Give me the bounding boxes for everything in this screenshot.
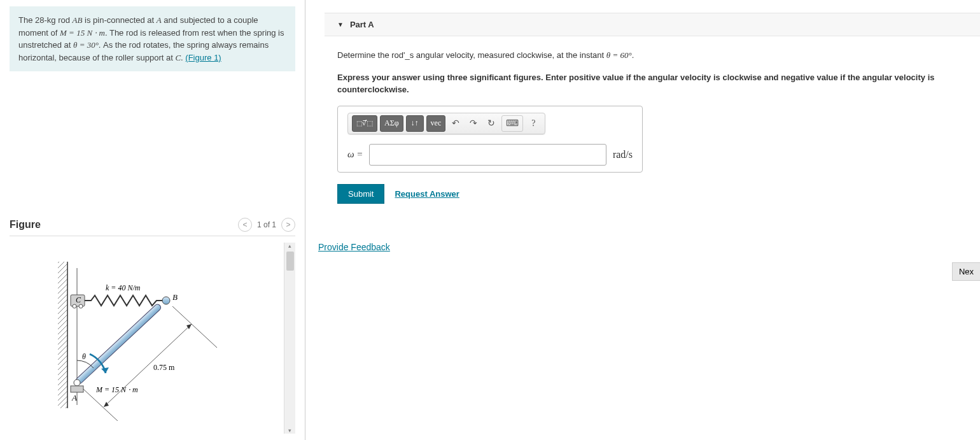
math-A: A [157, 15, 162, 25]
equation-toolbar: ⬚√̅⬚ ΑΣφ ↓↑ vec ↶ ↷ ↻ ⌨ ? [347, 113, 545, 134]
scroll-down-icon[interactable]: ▾ [288, 427, 291, 434]
part-a-header[interactable]: ▼ Part A [325, 13, 980, 36]
figure-next-button[interactable]: > [281, 218, 295, 232]
collapse-caret-icon: ▼ [337, 21, 344, 28]
label-length: 0.75 m [153, 363, 175, 372]
provide-feedback-link[interactable]: Provide Feedback [318, 242, 390, 252]
math-C: C [175, 53, 181, 62]
label-theta: θ [82, 352, 86, 361]
svg-point-8 [74, 380, 80, 386]
toolbar-keyboard-button[interactable]: ⌨ [501, 115, 523, 132]
svg-rect-7 [74, 303, 162, 385]
problem-text-2: is pin-connected at [82, 15, 156, 25]
label-moment: M = 15 N ⋅ m [95, 385, 138, 394]
scroll-thumb[interactable] [286, 252, 294, 271]
question-math: θ = 60° [606, 50, 632, 60]
toolbar-reset-button[interactable]: ↻ [484, 115, 499, 132]
question-suffix: . [632, 50, 634, 60]
label-k: k = 40 N/m [106, 283, 141, 292]
svg-point-4 [73, 304, 76, 308]
svg-marker-10 [101, 367, 109, 373]
svg-rect-0 [58, 262, 67, 408]
label-C: C [76, 295, 81, 304]
next-button[interactable]: Nex [952, 262, 980, 281]
question-text: Determine the rod'_s angular velocity, m… [337, 49, 967, 62]
svg-point-5 [79, 304, 83, 308]
svg-line-13 [104, 324, 192, 407]
answer-instructions: Express your answer using three signific… [337, 71, 967, 96]
math-AB: AB [73, 15, 83, 25]
math-theta30: θ = 30° [73, 40, 99, 50]
toolbar-greek-button[interactable]: ΑΣφ [380, 115, 403, 132]
toolbar-templates-button[interactable]: ⬚√̅⬚ [352, 115, 377, 132]
toolbar-vec-button[interactable]: vec [426, 115, 446, 132]
part-title: Part A [350, 20, 374, 29]
question-prefix: Determine the rod'_s angular velocity, m… [337, 50, 606, 60]
submit-button[interactable]: Submit [337, 184, 384, 204]
toolbar-redo-button[interactable]: ↷ [466, 115, 481, 132]
variable-label: ω = [347, 149, 363, 160]
figure-nav-text: 1 of 1 [257, 220, 276, 229]
figure-diagram: C k = 40 N/m B A [10, 243, 284, 434]
units-label: rad/s [613, 149, 633, 160]
figure-scrollbar[interactable]: ▴ ▾ [284, 243, 295, 434]
toolbar-help-button[interactable]: ? [526, 115, 541, 132]
answer-input[interactable] [369, 144, 606, 166]
toolbar-subscript-button[interactable]: ↓↑ [406, 115, 424, 132]
math-M: M = 15 N ⋅ m [60, 28, 105, 38]
svg-line-11 [172, 306, 217, 348]
figure-title: Figure [10, 219, 41, 231]
request-answer-link[interactable]: Request Answer [395, 189, 459, 199]
answer-box: ⬚√̅⬚ ΑΣφ ↓↑ vec ↶ ↷ ↻ ⌨ ? ω = rad/s [337, 106, 643, 173]
figure-link[interactable]: (Figure 1) [185, 53, 221, 62]
svg-rect-9 [71, 386, 83, 392]
problem-statement: The 28-kg rod AB is pin-connected at A a… [10, 6, 295, 71]
label-A: A [71, 393, 77, 402]
scroll-up-icon[interactable]: ▴ [288, 243, 291, 249]
figure-prev-button[interactable]: < [238, 218, 252, 232]
problem-text-1: The 28-kg rod [18, 15, 73, 25]
svg-point-6 [162, 297, 170, 304]
label-B: B [172, 292, 178, 302]
toolbar-undo-button[interactable]: ↶ [448, 115, 463, 132]
